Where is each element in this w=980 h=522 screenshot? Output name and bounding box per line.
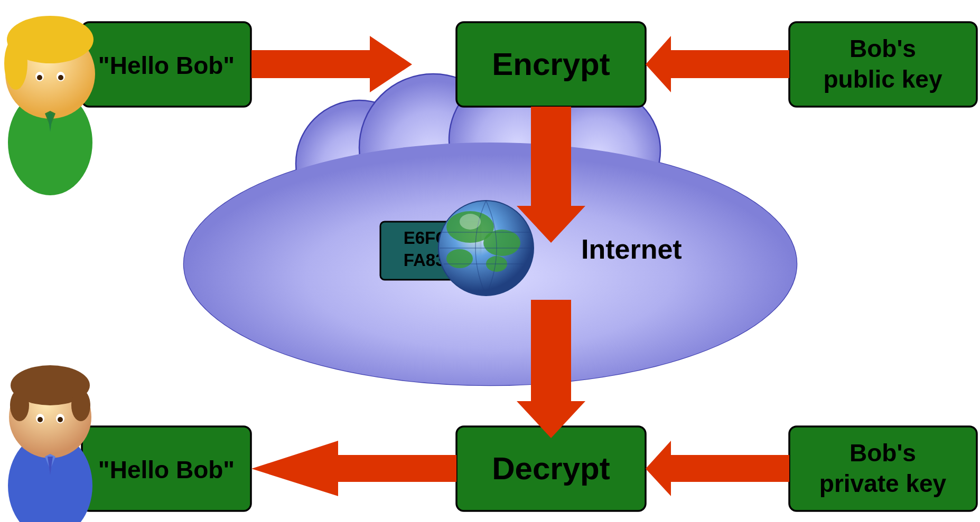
bob-hair-left xyxy=(10,390,29,421)
globe-highlight xyxy=(460,214,481,230)
arrow-pubkey-to-encrypt xyxy=(646,36,789,92)
globe-land-3 xyxy=(446,249,473,268)
globe-land-2 xyxy=(483,230,520,256)
encrypt-label: Encrypt xyxy=(492,46,610,82)
bob-eye-left xyxy=(38,417,43,422)
bobs-private-key-line1: Bob's xyxy=(850,439,916,467)
alice-eye-left xyxy=(37,75,42,80)
bob-eye-right xyxy=(58,417,63,422)
internet-label: Internet xyxy=(581,234,682,264)
arrow-decrypt-to-hello xyxy=(251,441,456,496)
hello-bob-bottom-label: "Hello Bob" xyxy=(98,456,235,483)
bob-hair-right xyxy=(71,390,90,421)
hello-bob-top-label: "Hello Bob" xyxy=(98,52,235,79)
arrow-hello-to-encrypt xyxy=(251,36,412,92)
bobs-public-key-line2: public key xyxy=(824,65,942,93)
alice-hair-left xyxy=(4,37,27,90)
bobs-private-key-line2: private key xyxy=(819,470,947,497)
alice-eye-right xyxy=(58,75,63,80)
arrow-privkey-to-decrypt xyxy=(646,441,789,496)
decrypt-label: Decrypt xyxy=(492,451,610,486)
bobs-public-key-line1: Bob's xyxy=(850,35,916,62)
